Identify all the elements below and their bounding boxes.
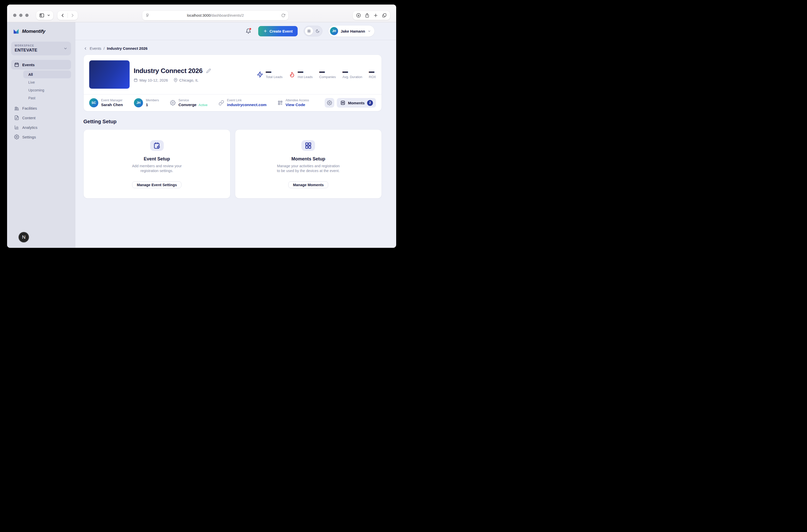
event-location-text: Chicago, IL	[180, 78, 199, 82]
gear-icon	[327, 100, 332, 105]
info-value: 1	[146, 102, 159, 107]
manage-moments-button[interactable]: Manage Moments	[288, 182, 328, 188]
stat-value: —	[319, 69, 325, 74]
sidebar-item-label: Content	[22, 116, 36, 120]
gear-icon	[14, 134, 19, 139]
create-event-label: Create Event	[269, 29, 293, 33]
reload-icon[interactable]	[281, 13, 285, 17]
stat-value: —	[369, 69, 374, 74]
sidebar-item-events[interactable]: Events	[11, 60, 71, 70]
stat-value: —	[266, 69, 271, 74]
link-icon	[219, 100, 224, 106]
sidebar-toggle-group[interactable]	[36, 11, 53, 20]
edit-title-icon[interactable]	[206, 69, 211, 73]
sub-item-label: Live	[28, 80, 35, 84]
sun-icon	[307, 29, 311, 33]
chevron-down-icon[interactable]	[47, 14, 50, 17]
avatar: SC	[89, 98, 98, 107]
breadcrumb-back-icon[interactable]	[83, 46, 88, 51]
setup-card-title: Moments Setup	[291, 156, 325, 162]
event-setup-card: Event Setup Add members and review your …	[83, 129, 230, 198]
workspace-switcher[interactable]: WORKSPACE ENTEVATE	[11, 42, 71, 55]
moments-label: Moments	[348, 101, 364, 105]
traffic-lights[interactable]	[13, 14, 29, 17]
event-stats: — Total Leads — Hot Leads	[257, 70, 376, 79]
url-text[interactable]: localhost:3000/dashboard/events/2	[150, 13, 281, 17]
moments-m-icon	[340, 100, 345, 105]
breadcrumb-parent[interactable]: Events	[90, 46, 101, 51]
calendar-icon	[134, 78, 138, 82]
sidebar-item-facilities[interactable]: Facilities	[11, 103, 71, 113]
event-link[interactable]: industryconnect.com	[227, 102, 266, 107]
sidebar-item-settings[interactable]: Settings	[11, 132, 71, 142]
info-label: Service	[179, 98, 207, 102]
new-tab-button[interactable]	[371, 12, 380, 19]
dark-mode-button[interactable]	[314, 27, 321, 35]
events-subnav: All Live Upcoming Past	[11, 71, 71, 102]
forward-button[interactable]	[70, 13, 75, 18]
notifications-button[interactable]	[246, 28, 251, 34]
zoom-window-button[interactable]	[25, 14, 29, 17]
section-title: Getting Setup	[83, 119, 382, 125]
page-format-icon[interactable]	[145, 13, 150, 17]
sidebar-item-all[interactable]: All	[23, 71, 71, 78]
event-date-text: May 10-12, 2026	[139, 78, 168, 82]
user-name: Jake Hamann	[341, 29, 365, 33]
sidebar-item-label: Events	[22, 63, 35, 67]
workspace-name: ENTEVATE	[15, 48, 63, 53]
back-button[interactable]	[60, 13, 65, 18]
toolbar-divider	[68, 13, 68, 18]
sidebar-item-content[interactable]: Content	[11, 113, 71, 122]
tab-overview-button[interactable]	[380, 12, 389, 19]
sidebar-item-label: Facilities	[22, 106, 37, 110]
manage-event-settings-button[interactable]: Manage Event Settings	[132, 182, 182, 188]
sidebar-item-analytics[interactable]: Analytics	[11, 122, 71, 132]
sub-item-label: Past	[28, 96, 35, 100]
view-code-link[interactable]: View Code	[285, 102, 309, 107]
stat-value: —	[342, 69, 348, 74]
close-window-button[interactable]	[13, 14, 16, 17]
desc-line: Add members and review your	[132, 164, 182, 169]
breadcrumb: Events / Industry Connect 2026	[83, 46, 382, 51]
setup-card-title: Event Setup	[144, 156, 170, 162]
downloads-button[interactable]	[354, 12, 363, 19]
sidebar-item-upcoming[interactable]: Upcoming	[23, 86, 71, 94]
moments-button[interactable]: Moments 2	[337, 98, 376, 108]
info-label: Members	[146, 98, 159, 102]
share-button[interactable]	[363, 12, 371, 19]
document-icon	[14, 115, 19, 120]
address-bar[interactable]: localhost:3000/dashboard/events/2	[142, 11, 288, 20]
theme-toggle[interactable]	[304, 26, 322, 36]
calendar-icon	[14, 62, 19, 67]
user-menu[interactable]: JH Jake Hamann	[329, 25, 374, 37]
service-name: Converge	[179, 102, 196, 107]
light-mode-button[interactable]	[305, 27, 313, 35]
url-host: localhost:3000	[187, 13, 211, 17]
qr-code-icon	[278, 100, 283, 105]
event-manager-item: SC Event Manager Sarah Chen	[89, 98, 123, 107]
event-settings-button[interactable]	[325, 98, 334, 108]
browser-toolbar: localhost:3000/dashboard/events/2	[7, 4, 396, 22]
sidebar-item-label: Analytics	[22, 125, 37, 130]
notification-dot	[249, 28, 251, 30]
sidebar-item-past[interactable]: Past	[23, 94, 71, 102]
event-title: Industry Connect 2026	[134, 67, 203, 75]
stat-total-leads: — Total Leads	[257, 70, 283, 79]
sidebar-item-live[interactable]: Live	[23, 78, 71, 86]
bar-chart-icon	[14, 125, 19, 130]
info-label: Attendee Access	[285, 98, 309, 102]
app-logo[interactable]: Momentify	[11, 27, 71, 35]
sub-item-label: All	[28, 73, 33, 77]
moments-count-badge: 2	[367, 100, 373, 106]
momentify-logo-icon	[13, 28, 19, 35]
event-summary-card: Industry Connect 2026 May 10-12, 2026	[83, 55, 382, 111]
create-event-button[interactable]: Create Event	[258, 26, 298, 36]
sub-item-label: Upcoming	[28, 88, 44, 92]
stat-hot-leads: — Hot Leads	[289, 70, 313, 79]
info-value: ConvergeActive	[179, 102, 207, 107]
stat-rox: — ROX	[369, 70, 376, 79]
minimize-window-button[interactable]	[19, 14, 22, 17]
event-cover-image	[89, 60, 130, 89]
sidebar-toggle-icon[interactable]	[39, 13, 44, 18]
nextjs-dev-indicator[interactable]: N	[19, 232, 29, 242]
